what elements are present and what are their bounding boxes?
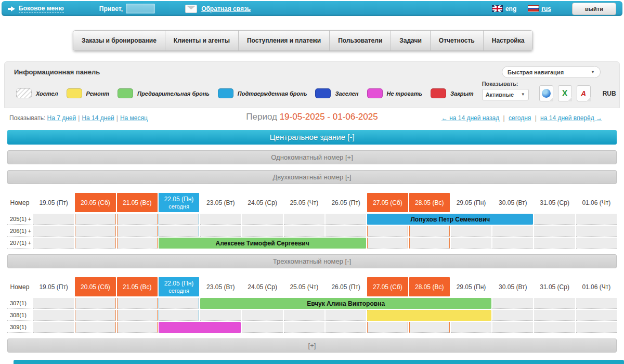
booking-bar[interactable] <box>159 322 241 333</box>
day-cell[interactable] <box>33 310 74 321</box>
day-cell[interactable] <box>492 298 533 309</box>
day-cell[interactable] <box>409 322 450 333</box>
period-today-link[interactable]: сегодня <box>509 114 531 122</box>
period-back-link[interactable]: ← на 14 дней назад <box>441 114 499 122</box>
day-cell[interactable] <box>284 214 324 225</box>
day-cell[interactable] <box>117 322 158 333</box>
day-cell[interactable] <box>576 214 617 225</box>
side-menu-label[interactable]: Боковое меню <box>19 5 64 13</box>
day-cell[interactable] <box>75 310 115 321</box>
day-cell[interactable] <box>33 298 74 309</box>
day-cell[interactable] <box>576 226 617 237</box>
booking-bar[interactable]: Лопухов Петр Семенович <box>367 214 533 225</box>
tab-settings[interactable]: Настройка <box>484 31 533 50</box>
lang-rus-label[interactable]: rus <box>541 5 551 12</box>
lang-switch-eng[interactable]: eng <box>492 5 516 12</box>
lang-switch-rus[interactable]: rus <box>528 5 551 12</box>
day-cell[interactable] <box>492 226 533 237</box>
day-cell[interactable] <box>33 214 74 225</box>
day-cell[interactable] <box>117 226 158 237</box>
day-cell[interactable] <box>492 310 533 321</box>
show-filter-select[interactable]: Активные ▼ <box>482 89 529 100</box>
day-cell[interactable] <box>200 226 241 237</box>
day-cell[interactable] <box>367 226 408 237</box>
day-cell[interactable] <box>33 238 74 249</box>
day-cell[interactable] <box>33 226 74 237</box>
day-cell[interactable] <box>75 298 115 309</box>
room-label[interactable]: 207(1) + <box>7 238 32 249</box>
feedback-link[interactable]: Обратная связь <box>155 5 251 13</box>
tab-receipts-payments[interactable]: Поступления и платежи <box>239 31 330 50</box>
day-cell[interactable] <box>576 322 617 333</box>
day-cell[interactable] <box>326 310 366 321</box>
day-cell[interactable] <box>242 322 282 333</box>
day-cell[interactable] <box>75 238 115 249</box>
section-header[interactable]: Трехкомнатный номер [-] <box>7 254 617 268</box>
side-menu-toggle[interactable]: Боковое меню <box>8 5 64 13</box>
day-cell[interactable] <box>534 238 575 249</box>
day-cell[interactable] <box>451 238 491 249</box>
day-cell[interactable] <box>576 238 617 249</box>
tab-users[interactable]: Пользователи <box>330 31 391 50</box>
day-cell[interactable] <box>200 310 241 321</box>
period-forward-link[interactable]: на 14 дней вперёд → <box>540 114 602 122</box>
day-cell[interactable] <box>534 214 575 225</box>
feedback-label[interactable]: Обратная связь <box>201 5 251 12</box>
tab-tasks[interactable]: Задачи <box>391 31 431 50</box>
day-cell[interactable] <box>367 322 408 333</box>
room-label[interactable]: 206(1) + <box>7 226 32 237</box>
day-cell[interactable] <box>534 226 575 237</box>
section-header[interactable]: [+] <box>7 339 617 353</box>
pdf-export-icon[interactable]: A <box>577 85 591 101</box>
day-cell[interactable] <box>409 226 450 237</box>
day-cell[interactable] <box>326 214 366 225</box>
day-cell[interactable] <box>326 226 366 237</box>
tab-reports[interactable]: Отчетность <box>431 31 484 50</box>
day-cell[interactable] <box>534 322 575 333</box>
section-header[interactable]: Двухкомнатный номер [-] <box>7 170 617 184</box>
day-cell[interactable] <box>534 298 575 309</box>
day-cell[interactable] <box>492 322 533 333</box>
html-export-icon[interactable] <box>539 85 553 101</box>
day-cell[interactable] <box>409 238 450 249</box>
day-cell[interactable] <box>75 322 115 333</box>
quick-nav-select[interactable]: Быстрая навигация ▼ <box>502 66 601 78</box>
day-cell[interactable] <box>159 310 199 321</box>
day-cell[interactable] <box>200 214 241 225</box>
day-cell[interactable] <box>33 322 74 333</box>
day-cell[interactable] <box>117 310 158 321</box>
building-header[interactable]: Центральное здание [-] <box>7 130 617 145</box>
day-cell[interactable] <box>242 214 282 225</box>
day-cell[interactable] <box>326 322 366 333</box>
day-cell[interactable] <box>75 214 115 225</box>
room-label[interactable]: 205(1) + <box>7 214 32 225</box>
day-cell[interactable] <box>117 298 158 309</box>
section-header[interactable]: Однокомнатный номер [+] <box>7 150 617 164</box>
day-cell[interactable] <box>117 238 158 249</box>
day-cell[interactable] <box>159 214 199 225</box>
day-cell[interactable] <box>75 226 115 237</box>
day-cell[interactable] <box>451 226 491 237</box>
day-cell[interactable] <box>242 226 282 237</box>
tab-orders-booking[interactable]: Заказы и бронирование <box>73 31 165 50</box>
day-cell[interactable] <box>576 310 617 321</box>
booking-bar[interactable]: Алексеев Тимофей Сергеевич <box>159 238 366 249</box>
day-cell[interactable] <box>451 322 491 333</box>
day-cell[interactable] <box>284 322 324 333</box>
room-label[interactable]: 308(1) <box>7 310 32 321</box>
day-cell[interactable] <box>534 310 575 321</box>
day-cell[interactable] <box>576 298 617 309</box>
day-cell[interactable] <box>117 214 158 225</box>
booking-bar[interactable]: Евчук Алина Викторовна <box>200 298 491 309</box>
room-label[interactable]: 309(1) <box>7 322 32 333</box>
logout-button[interactable]: выйти <box>572 3 616 15</box>
day-cell[interactable] <box>367 238 408 249</box>
day-cell[interactable] <box>284 310 324 321</box>
booking-bar[interactable] <box>367 310 491 321</box>
day-cell[interactable] <box>242 310 282 321</box>
room-label[interactable]: 307(1) <box>7 298 32 309</box>
day-cell[interactable] <box>284 226 324 237</box>
day-cell[interactable] <box>159 298 199 309</box>
lang-eng-label[interactable]: eng <box>505 5 516 12</box>
day-cell[interactable] <box>159 226 199 237</box>
